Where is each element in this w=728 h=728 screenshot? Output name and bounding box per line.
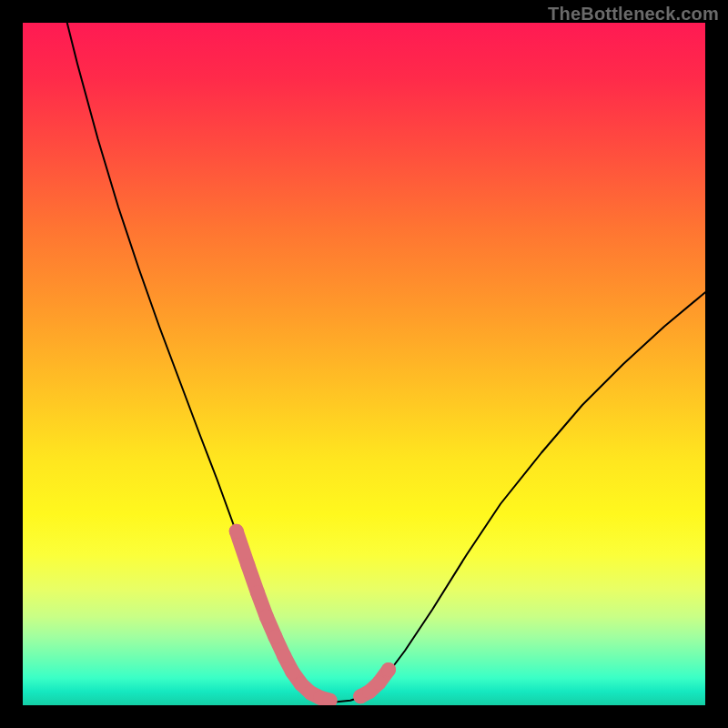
watermark-text: TheBottleneck.com — [548, 4, 719, 25]
highlight-dot — [250, 585, 265, 600]
highlight-dot — [229, 524, 244, 539]
chart-stage: TheBottleneck.com — [0, 0, 728, 728]
curve-right-curve — [360, 292, 705, 697]
highlight-dot — [259, 610, 274, 624]
dot-layer — [229, 524, 396, 705]
curve-left-curve — [67, 23, 313, 699]
highlight-dot — [268, 630, 283, 644]
highlight-dot — [241, 558, 256, 572]
highlight-dot — [381, 662, 396, 677]
curve-layer — [67, 23, 705, 702]
highlight-dot — [372, 675, 387, 690]
highlight-dot — [277, 649, 291, 663]
highlight-dot — [285, 664, 299, 679]
plot-area — [23, 23, 705, 705]
highlight-left-highlight-dots — [237, 531, 330, 701]
curves-svg — [23, 23, 705, 705]
